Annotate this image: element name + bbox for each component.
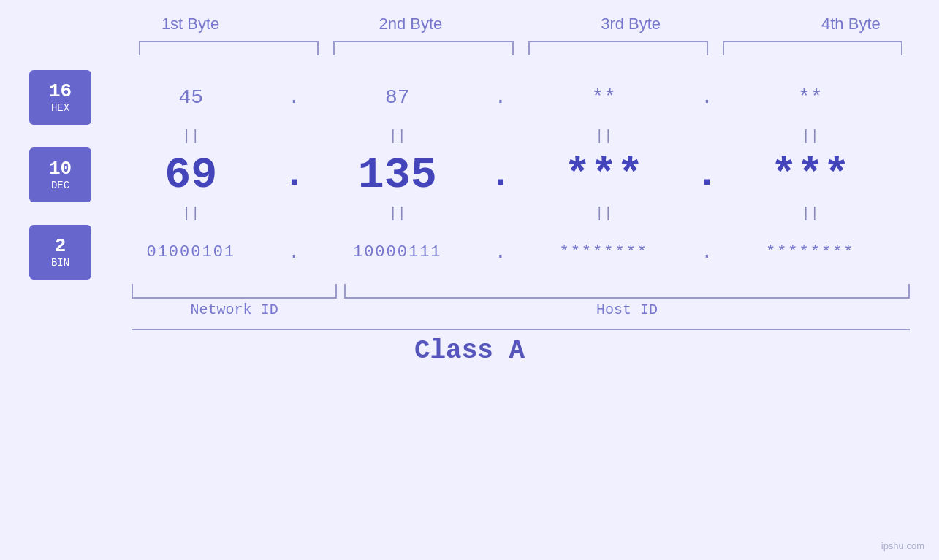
bin-dot-1: .	[284, 241, 305, 264]
equals-row-1: || || || ||	[91, 125, 910, 147]
bracket-network	[132, 284, 337, 299]
bin-badge: 2 BIN	[29, 225, 91, 280]
dec-val-1: 69	[99, 150, 284, 200]
byte-header-2: 2nd Byte	[300, 15, 520, 34]
dec-values: 69 . 135 . *** . ***	[91, 150, 910, 200]
watermark: ipshu.com	[881, 540, 924, 551]
host-id-label: Host ID	[344, 302, 910, 318]
hex-dot-2: .	[490, 86, 512, 109]
eq2-4: ||	[718, 205, 903, 222]
hex-badge-label: HEX	[51, 102, 69, 114]
byte-headers: 1st Byte 2nd Byte 3rd Byte 4th Byte	[80, 15, 939, 34]
eq2-3: ||	[512, 205, 696, 222]
bracket-4	[723, 41, 902, 55]
eq-2: ||	[305, 128, 490, 145]
bin-val-2: 10000111	[305, 243, 490, 261]
hex-row: 16 HEX 45 . 87 . ** . **	[29, 70, 910, 125]
bin-val-3: ********	[512, 243, 696, 261]
dec-dot-2: .	[490, 154, 512, 196]
dec-badge-label: DEC	[51, 180, 69, 191]
dec-val-4: ***	[718, 150, 903, 200]
network-id-label: Network ID	[132, 302, 337, 318]
bin-row: 2 BIN 01000101 . 10000111 . ******** . *…	[29, 225, 910, 280]
bin-badge-label: BIN	[51, 257, 69, 269]
bracket-1	[139, 41, 319, 55]
bin-dot-2: .	[490, 241, 512, 264]
hex-badge-num: 16	[49, 81, 72, 102]
top-brackets	[132, 41, 910, 55]
hex-val-3: **	[512, 86, 696, 109]
dec-badge-num: 10	[49, 158, 72, 180]
hex-values: 45 . 87 . ** . **	[91, 86, 910, 109]
labels-row: Network ID Host ID	[132, 302, 910, 318]
dec-dot-1: .	[284, 154, 305, 196]
bracket-host	[344, 284, 910, 299]
dec-val-3: ***	[512, 150, 696, 200]
hex-badge: 16 HEX	[29, 70, 91, 125]
byte-header-3: 3rd Byte	[521, 15, 741, 34]
hex-dot-1: .	[284, 86, 305, 109]
dec-badge: 10 DEC	[29, 147, 91, 202]
dec-dot-3: .	[696, 154, 718, 196]
eq2-2: ||	[305, 205, 490, 222]
hex-dot-3: .	[696, 86, 718, 109]
eq-4: ||	[718, 128, 903, 145]
equals-row-2: || || || ||	[91, 202, 910, 225]
bin-dot-3: .	[696, 241, 718, 264]
byte-header-4: 4th Byte	[741, 15, 939, 34]
hex-val-2: 87	[305, 86, 490, 109]
hex-val-4: **	[718, 86, 903, 109]
bracket-2	[333, 41, 513, 55]
class-line	[132, 329, 910, 330]
bracket-3	[528, 41, 708, 55]
eq-3: ||	[512, 128, 696, 145]
byte-header-1: 1st Byte	[80, 15, 300, 34]
bottom-brackets	[132, 284, 910, 299]
eq-1: ||	[99, 128, 284, 145]
bin-val-1: 01000101	[99, 243, 284, 261]
hex-val-1: 45	[99, 86, 284, 109]
dec-row: 10 DEC 69 . 135 . *** . ***	[29, 147, 910, 202]
bin-val-4: ********	[718, 243, 903, 261]
main-container: 1st Byte 2nd Byte 3rd Byte 4th Byte 16 H…	[0, 0, 939, 560]
dec-val-2: 135	[305, 150, 490, 200]
bin-badge-num: 2	[55, 236, 66, 257]
bin-values: 01000101 . 10000111 . ******** . *******…	[91, 241, 910, 264]
eq2-1: ||	[99, 205, 284, 222]
class-label: Class A	[29, 336, 910, 366]
